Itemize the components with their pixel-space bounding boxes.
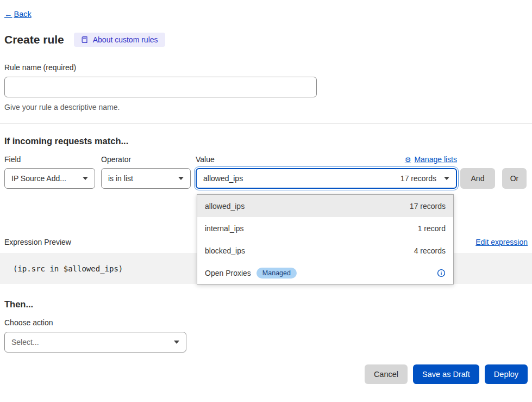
chevron-down-icon [444,177,449,180]
value-select-meta: 17 records [400,174,436,183]
manage-lists-link[interactable]: ⚙Manage lists [405,155,457,164]
cancel-button[interactable]: Cancel [365,364,408,384]
back-arrow-icon: ← [4,10,12,18]
about-custom-rules-label: About custom rules [93,35,158,44]
rule-name-help: Give your rule a descriptive name. [4,103,532,112]
expression-preview-label: Expression Preview [4,238,71,246]
list-option-internal-ips[interactable]: internal_ips 1 record [197,217,453,239]
title-row: Create rule About custom rules [4,33,532,47]
footer-actions: Cancel Save as Draft Deploy [0,364,528,384]
list-option-blocked-ips[interactable]: blocked_ips 4 records [197,239,453,262]
field-select[interactable]: IP Source Add... [4,168,95,189]
value-select-wrap: allowed_ips 17 records allowed_ips 17 re… [196,168,457,189]
back-link[interactable]: ←Back [4,10,32,18]
list-option-left: Open Proxies Managed [205,268,297,279]
book-icon [81,36,89,44]
column-labels-row: Field Operator Value ⚙Manage lists [4,155,532,164]
save-as-draft-button[interactable]: Save as Draft [413,364,479,384]
value-column-header: Value ⚙Manage lists [196,155,457,164]
operator-select-value: is in list [108,174,178,183]
action-select-placeholder: Select... [11,338,174,347]
divider [0,123,532,124]
list-option-meta: 17 records [410,202,446,211]
manage-lists-label: Manage lists [414,155,457,164]
value-select[interactable]: allowed_ips 17 records [196,168,457,189]
operator-select[interactable]: is in list [101,168,191,189]
match-section-title: If incoming requests match... [4,136,532,146]
list-option-meta: 1 record [418,224,446,233]
deploy-button[interactable]: Deploy [485,364,528,384]
managed-badge: Managed [256,268,297,279]
chevron-down-icon [174,341,179,344]
or-button[interactable]: Or [502,168,527,189]
list-option-name: internal_ips [205,224,244,233]
field-column-label: Field [4,155,101,164]
match-controls-row: IP Source Add... is in list allowed_ips … [4,168,532,189]
value-column-label: Value [196,155,215,164]
list-option-open-proxies[interactable]: Open Proxies Managed [197,262,453,284]
create-rule-page: ←Back Create rule About custom rules Rul… [0,0,532,402]
info-icon[interactable] [437,269,446,277]
edit-expression-link[interactable]: Edit expression [475,238,528,246]
then-section-title: Then... [4,299,532,310]
page-title: Create rule [4,33,64,46]
chevron-down-icon [178,177,184,180]
action-select[interactable]: Select... [4,332,186,352]
gear-icon: ⚙ [405,156,411,164]
back-label: Back [14,10,32,18]
field-select-value: IP Source Add... [11,174,83,183]
list-option-name: allowed_ips [205,202,245,211]
list-option-allowed-ips[interactable]: allowed_ips 17 records [197,195,453,217]
operator-column-label: Operator [101,155,196,164]
rule-name-label: Rule name (required) [4,63,532,72]
list-option-name: blocked_ips [205,246,245,255]
about-custom-rules-chip[interactable]: About custom rules [74,33,165,47]
value-dropdown-menu: allowed_ips 17 records internal_ips 1 re… [197,194,454,285]
list-option-meta: 4 records [414,246,446,255]
value-select-value: allowed_ips [203,174,400,183]
list-option-name: Open Proxies [205,269,251,277]
and-button[interactable]: And [460,168,495,189]
choose-action-label: Choose action [4,318,532,327]
expression-code: (ip.src in $allowed_ips) [13,264,123,273]
chevron-down-icon [83,177,88,180]
rule-name-input[interactable] [4,77,317,97]
